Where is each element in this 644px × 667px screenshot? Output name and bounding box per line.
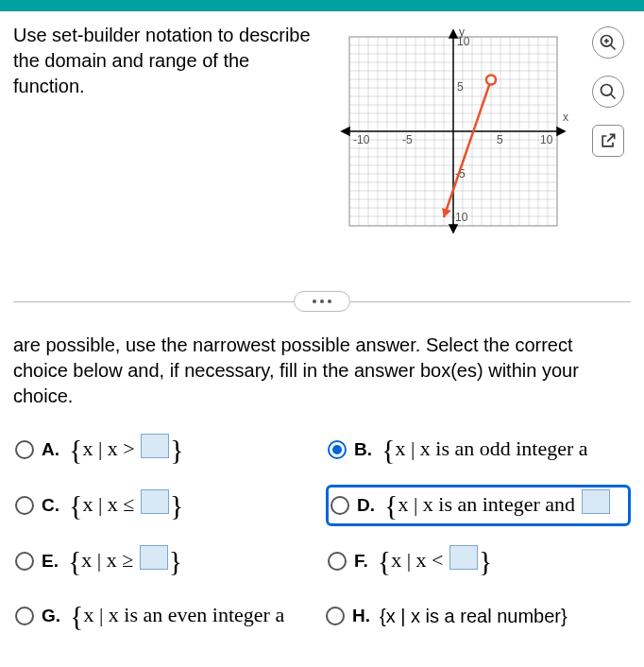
choice-b[interactable]: B. {x | x is an odd integer a [326, 430, 631, 470]
choice-math: {x | x ≥ } [68, 545, 182, 577]
choice-letter: E. [42, 551, 59, 572]
choice-letter: G. [42, 606, 60, 626]
choice-letter: A. [42, 439, 59, 460]
choice-math: {x | x ≤ } [69, 489, 183, 522]
svg-line-65 [611, 94, 616, 99]
choice-letter: C. [42, 495, 59, 516]
choice-math: {x | x < } [378, 545, 493, 577]
choice-math: {x | x is an integer and [384, 489, 611, 522]
choice-c[interactable]: C. {x | x ≤ } [13, 485, 318, 526]
graph-area: x y -10 -5 5 10 10 5 -5 -10 [330, 23, 576, 240]
choice-f[interactable]: F. {x | x < } [326, 541, 631, 581]
svg-text:x: x [563, 111, 568, 124]
answer-box[interactable] [140, 545, 168, 570]
svg-marker-44 [342, 128, 349, 135]
svg-point-59 [486, 76, 496, 85]
choice-g-h-row: G. {x | x is an even integer a H. {x | x… [13, 596, 631, 636]
choice-h[interactable]: H. {x | x is a real number} [326, 606, 629, 627]
radio-g[interactable] [15, 607, 34, 625]
svg-marker-46 [449, 225, 457, 232]
radio-e[interactable] [15, 552, 34, 571]
svg-line-66 [607, 134, 615, 142]
radio-d[interactable] [330, 496, 349, 515]
choice-math: {x | x is an even integer a [70, 600, 284, 632]
choice-letter: H. [352, 606, 370, 626]
choice-a[interactable]: A. {x | x > } [13, 430, 318, 470]
answer-choices: A. {x | x > } B. {x | x is an odd intege… [13, 430, 631, 636]
choice-letter: B. [354, 439, 372, 460]
svg-line-61 [611, 45, 616, 50]
answer-box[interactable] [141, 434, 169, 458]
zoom-button[interactable] [592, 76, 624, 108]
choice-math: {x | x is a real number} [380, 606, 568, 627]
radio-h[interactable] [326, 607, 345, 625]
svg-text:-10: -10 [451, 211, 468, 224]
expand-button[interactable] [294, 291, 350, 312]
radio-c[interactable] [15, 496, 34, 515]
choice-math: {x | x is an odd integer a [381, 434, 588, 466]
svg-text:5: 5 [497, 133, 503, 146]
answer-box[interactable] [449, 545, 478, 570]
choice-d[interactable]: D. {x | x is an integer and [326, 485, 631, 526]
question-prompt: Use set-builder notation to describe the… [13, 23, 321, 240]
radio-a[interactable] [15, 440, 34, 459]
radio-f[interactable] [328, 552, 347, 571]
svg-marker-43 [557, 128, 565, 135]
svg-marker-45 [449, 30, 457, 38]
graph-tools [585, 23, 631, 240]
popout-button[interactable] [592, 125, 624, 157]
answer-box[interactable] [582, 489, 610, 514]
svg-text:-5: -5 [402, 133, 413, 146]
svg-text:10: 10 [540, 133, 553, 146]
choice-letter: F. [354, 551, 368, 572]
svg-point-64 [602, 85, 613, 96]
instructions: are possible, use the narrowest possible… [13, 333, 631, 409]
zoom-in-button[interactable] [592, 26, 624, 59]
choice-g[interactable]: G. {x | x is an even integer a [15, 600, 318, 632]
radio-b[interactable] [328, 440, 347, 459]
choice-e[interactable]: E. {x | x ≥ } [13, 541, 318, 581]
answer-box[interactable] [141, 489, 169, 514]
svg-text:-10: -10 [353, 133, 370, 146]
svg-text:10: 10 [457, 35, 470, 48]
choice-math: {x | x > } [69, 434, 184, 466]
choice-letter: D. [357, 495, 375, 516]
svg-text:5: 5 [457, 80, 464, 94]
header-accent [0, 0, 644, 11]
